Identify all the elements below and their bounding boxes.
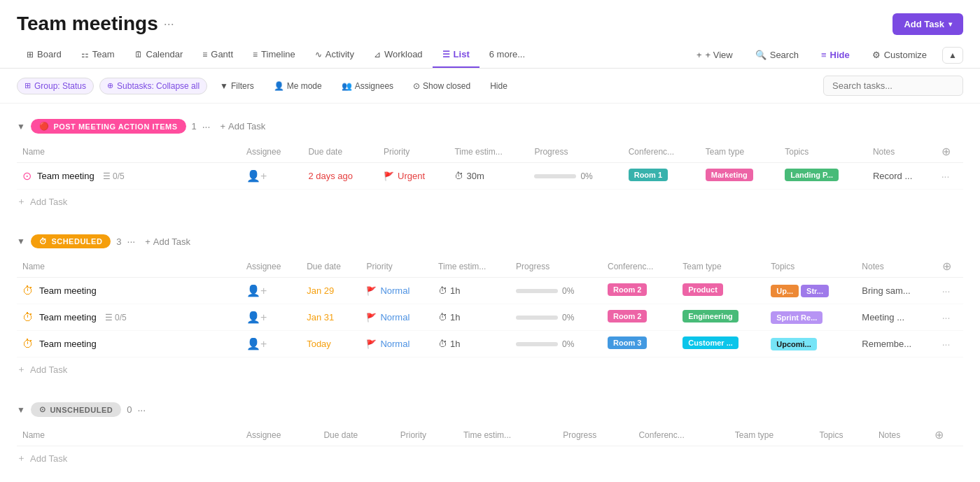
hide-fields-button[interactable]: Hide [483,78,514,94]
tab-gantt[interactable]: ≡ Gantt [192,42,243,68]
tab-timeline[interactable]: ≡ Timeline [243,42,305,68]
task-name[interactable]: Team meeting [39,339,97,349]
due-date: Jan 29 [307,285,334,296]
notes-cell: Record ... [873,171,912,181]
hide-icon: ≡ [821,50,827,60]
task-name[interactable]: Team meeting [39,285,97,296]
section-dots-post-meeting[interactable]: ··· [202,121,211,132]
plus-icon: + [696,50,702,60]
tab-board[interactable]: ⊞ Board [17,42,71,68]
section-badge-scheduled: ⏱ SCHEDULED [31,234,111,248]
customize-button[interactable]: ⚙ Customize [865,44,934,66]
hourglass-icon: ⏱ [454,171,463,181]
add-column-button[interactable]: ⊕ [941,146,951,157]
page-title-menu[interactable]: ··· [164,17,174,31]
search-button[interactable]: 🔍 Search [748,44,806,66]
list-icon: ☰ [442,50,450,59]
progress-cell: 0% [516,286,596,296]
col-topics-u: Topics [813,424,873,446]
col-due-date-s: Due date [301,255,360,278]
assignee-button[interactable]: 👤+ [246,285,267,297]
col-conf-u: Conferenc... [633,424,729,446]
section-toggle-unscheduled[interactable]: ▼ [17,405,25,415]
filters-button[interactable]: ▼ Filters [213,78,261,94]
tab-calendar[interactable]: 🗓 Calendar [125,42,193,68]
due-date: Jan 31 [307,312,334,322]
section-dots-scheduled[interactable]: ··· [127,236,136,247]
team-type-tag: Marketing [706,169,753,181]
tab-list[interactable]: ☰ List [433,42,479,68]
row-menu[interactable]: ··· [942,339,951,350]
task-status-icon[interactable]: ⏱ [22,338,34,350]
subtasks-chip[interactable]: ⊕ Subtasks: Collapse all [99,78,207,94]
group-status-chip[interactable]: ⊞ Group: Status [17,78,94,94]
col-conference: Conferenc... [623,141,700,163]
add-column-button-s[interactable]: ⊕ [942,260,951,272]
section-dots-unscheduled[interactable]: ··· [137,404,146,416]
show-closed-button[interactable]: ⊙ Show closed [406,78,477,94]
col-name-u: Name [17,424,241,446]
collapse-button[interactable]: ▲ [942,47,963,64]
col-time-s: Time estim... [433,255,510,278]
col-progress-u: Progress [557,424,633,446]
section-add-scheduled[interactable]: + Add Task [141,235,195,248]
row-menu[interactable]: ··· [942,312,951,323]
section-unscheduled-header: ▼ ⊙ UNSCHEDULED 0 ··· [17,398,963,421]
col-name: Name [17,141,241,163]
add-column-button-u[interactable]: ⊕ [934,429,944,441]
priority-cell: 🚩 Normal [366,339,427,349]
flag-icon: 🚩 [366,286,377,296]
notes-cell: Meeting ... [862,312,904,322]
notes-cell: Remembe... [862,339,911,349]
priority-cell: 🚩 Normal [366,312,427,322]
view-button[interactable]: + + View [690,44,740,66]
filter-icon: ▼ [220,81,228,91]
task-table-unscheduled: Name Assignee Due date Priority Time est… [17,424,963,446]
add-task-row-scheduled[interactable]: ＋ Add Task [17,357,963,381]
topics-cell: Upcomi... [771,338,850,350]
hourglass-icon: ⏱ [438,312,447,322]
col-time-estimate: Time estim... [449,141,528,163]
section-post-meeting: ▼ 🔴 POST MEETING ACTION ITEMS 1 ··· + Ad… [17,115,963,213]
time-estimate: ⏱ 1h [438,285,505,296]
hide-button[interactable]: ≡ Hide [814,44,857,66]
row-menu[interactable]: ··· [941,171,950,182]
table-row: ⊙ Team meeting ☰ 0/5 👤+ 2 days ago 🚩 Urg… [17,163,963,190]
add-task-button[interactable]: Add Task ▾ [892,13,963,35]
conference-tag: Room 2 [608,283,647,296]
task-status-icon[interactable]: ⏱ [22,311,34,324]
page-title: Team meetings [17,13,158,35]
board-icon: ⊞ [27,50,34,59]
task-status-icon[interactable]: ⊙ [22,169,31,183]
section-toggle-scheduled[interactable]: ▼ [17,236,25,246]
me-mode-button[interactable]: 👤 Me mode [267,78,329,94]
circle-icon: ⊙ [39,405,46,414]
search-input[interactable] [823,76,963,96]
tab-team[interactable]: ⚏ Team [71,42,125,68]
task-name[interactable]: Team meeting [37,171,94,181]
assignee-button[interactable]: 👤+ [246,170,267,182]
flag-icon: 🚩 [384,171,394,181]
assignee-button[interactable]: 👤+ [246,311,267,323]
tab-activity[interactable]: ∿ Activity [305,42,364,68]
progress-cell: 0% [534,171,617,181]
col-team-u: Team type [729,424,814,446]
workload-icon: ⊿ [374,50,381,59]
table-row: ⏱ Team meeting 👤+ Today 🚩 Normal [17,331,963,357]
section-add-post-meeting[interactable]: + Add Task [216,120,270,133]
add-task-row-post-meeting[interactable]: ＋ Add Task [17,190,963,213]
assignees-button[interactable]: 👥 Assignees [335,78,400,94]
col-notes-u: Notes [873,424,929,446]
task-status-icon[interactable]: ⏱ [22,285,34,297]
row-menu[interactable]: ··· [942,285,951,297]
conference-tag: Room 1 [629,169,668,181]
section-unscheduled: ▼ ⊙ UNSCHEDULED 0 ··· Name Assignee Due … [17,398,963,470]
assignee-button[interactable]: 👤+ [246,338,267,350]
priority-cell: 🚩 Normal [366,285,427,296]
calendar-icon: 🗓 [134,50,143,59]
add-task-row-unscheduled[interactable]: ＋ Add Task [17,446,963,470]
section-toggle-post-meeting[interactable]: ▼ [17,122,25,132]
tab-more[interactable]: 6 more... [479,42,535,68]
task-name[interactable]: Team meeting [39,312,97,322]
tab-workload[interactable]: ⊿ Workload [364,42,433,68]
